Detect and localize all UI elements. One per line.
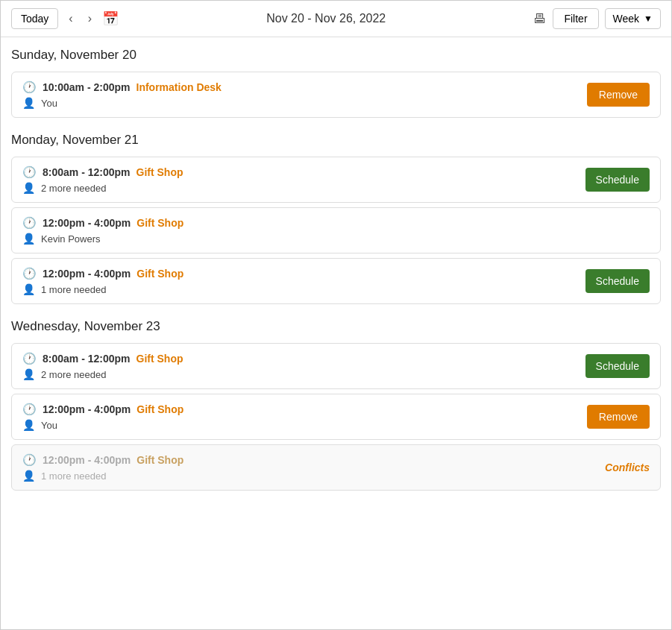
- shift-time-row: 🕐10:00am - 2:00pmInformation Desk: [22, 81, 575, 94]
- shift-person-row: 👤2 more needed: [22, 182, 574, 194]
- shift-person-row: 👤You: [22, 419, 575, 431]
- week-button[interactable]: Week ▼: [605, 8, 661, 29]
- schedule-button[interactable]: Schedule: [585, 269, 650, 293]
- day-section-wednesday-nov-23: Wednesday, November 23🕐8:00am - 12:00pmG…: [11, 316, 661, 491]
- shift-time: 12:00pm - 4:00pm: [43, 268, 131, 280]
- shift-location: Gift Shop: [136, 166, 183, 178]
- shift-location: Gift Shop: [136, 217, 183, 229]
- shift-person: 2 more needed: [41, 183, 106, 194]
- day-heading: Monday, November 21: [11, 130, 661, 151]
- shift-person: 2 more needed: [41, 369, 106, 380]
- shift-time: 10:00am - 2:00pm: [43, 81, 131, 93]
- clock-icon: 🕐: [22, 453, 37, 467]
- shift-time-row: 🕐12:00pm - 4:00pmGift Shop: [22, 267, 574, 280]
- shift-info: 🕐12:00pm - 4:00pmGift Shop👤Kevin Powers: [22, 216, 650, 245]
- shift-location: Gift Shop: [136, 454, 183, 466]
- shift-person: 1 more needed: [41, 284, 106, 295]
- day-heading: Sunday, November 20: [11, 45, 661, 66]
- schedule-button[interactable]: Schedule: [585, 168, 650, 192]
- person-icon: 👤: [22, 368, 35, 380]
- shift-person-row: 👤1 more needed: [22, 283, 574, 295]
- shift-time: 12:00pm - 4:00pm: [43, 454, 131, 466]
- date-range: Nov 20 - Nov 26, 2022: [125, 12, 527, 25]
- shift-card: 🕐8:00am - 12:00pmGift Shop👤2 more needed…: [11, 157, 661, 203]
- clock-icon: 🕐: [22, 267, 37, 280]
- shift-person-row: 👤1 more needed: [22, 470, 593, 482]
- clock-icon: 🕐: [22, 166, 37, 179]
- shift-time-row: 🕐12:00pm - 4:00pmGift Shop: [22, 216, 650, 230]
- person-icon: 👤: [22, 97, 35, 109]
- shift-location: Gift Shop: [136, 403, 183, 415]
- person-icon: 👤: [22, 283, 35, 295]
- day-section-sunday-nov-20: Sunday, November 20🕐10:00am - 2:00pmInfo…: [11, 45, 661, 118]
- day-heading: Wednesday, November 23: [11, 316, 661, 337]
- shift-person: You: [41, 420, 57, 431]
- day-section-monday-nov-21: Monday, November 21🕐8:00am - 12:00pmGift…: [11, 130, 661, 304]
- person-icon: 👤: [22, 470, 35, 482]
- shift-info: 🕐10:00am - 2:00pmInformation Desk👤You: [22, 81, 575, 109]
- remove-button[interactable]: Remove: [587, 405, 650, 429]
- shift-action: Remove: [575, 405, 650, 429]
- shift-time-row: 🕐12:00pm - 4:00pmGift Shop: [22, 403, 575, 416]
- shift-person: You: [41, 98, 57, 109]
- shift-action: Remove: [575, 83, 650, 107]
- shift-info: 🕐12:00pm - 4:00pmGift Shop👤1 more needed: [22, 267, 574, 295]
- next-button[interactable]: ›: [84, 9, 96, 28]
- shift-info: 🕐8:00am - 12:00pmGift Shop👤2 more needed: [22, 352, 574, 380]
- shift-location: Gift Shop: [136, 353, 183, 365]
- shift-time: 12:00pm - 4:00pm: [43, 403, 131, 415]
- shift-time-row: 🕐8:00am - 12:00pmGift Shop: [22, 166, 574, 179]
- print-icon[interactable]: 🖶: [533, 11, 547, 27]
- shift-info: 🕐12:00pm - 4:00pmGift Shop👤1 more needed: [22, 453, 593, 482]
- shift-location: Gift Shop: [136, 268, 183, 280]
- shift-info: 🕐8:00am - 12:00pmGift Shop👤2 more needed: [22, 166, 574, 194]
- shift-card: 🕐10:00am - 2:00pmInformation Desk👤YouRem…: [11, 72, 661, 118]
- shift-action: Schedule: [574, 269, 650, 293]
- shift-card: 🕐12:00pm - 4:00pmGift Shop👤YouRemove: [11, 394, 661, 440]
- shift-action: Schedule: [574, 354, 650, 378]
- shift-time-row: 🕐12:00pm - 4:00pmGift Shop: [22, 453, 593, 467]
- clock-icon: 🕐: [22, 352, 37, 365]
- shift-time-row: 🕐8:00am - 12:00pmGift Shop: [22, 352, 574, 365]
- shift-time: 8:00am - 12:00pm: [43, 166, 131, 178]
- conflicts-label: Conflicts: [605, 462, 650, 473]
- shift-card: 🕐8:00am - 12:00pmGift Shop👤2 more needed…: [11, 343, 661, 389]
- clock-icon: 🕐: [22, 403, 37, 416]
- chevron-down-icon: ▼: [644, 13, 653, 24]
- shift-person: Kevin Powers: [41, 233, 100, 245]
- shift-person: 1 more needed: [41, 470, 106, 482]
- clock-icon: 🕐: [22, 81, 37, 94]
- remove-button[interactable]: Remove: [587, 83, 650, 107]
- shift-location: Information Desk: [136, 81, 222, 93]
- calendar-icon[interactable]: 📅: [102, 10, 119, 27]
- shift-info: 🕐12:00pm - 4:00pmGift Shop👤You: [22, 403, 575, 431]
- schedule-button[interactable]: Schedule: [585, 354, 650, 378]
- person-icon: 👤: [22, 233, 35, 245]
- filter-button[interactable]: Filter: [553, 8, 598, 29]
- calendar-content: Sunday, November 20🕐10:00am - 2:00pmInfo…: [1, 37, 671, 510]
- shift-person-row: 👤Kevin Powers: [22, 233, 650, 245]
- shift-action: Schedule: [574, 168, 650, 192]
- person-icon: 👤: [22, 419, 35, 431]
- prev-button[interactable]: ‹: [64, 9, 77, 28]
- clock-icon: 🕐: [22, 216, 37, 230]
- shift-card: 🕐12:00pm - 4:00pmGift Shop👤1 more needed…: [11, 258, 661, 304]
- shift-time: 8:00am - 12:00pm: [43, 353, 131, 365]
- shift-time: 12:00pm - 4:00pm: [43, 217, 131, 229]
- shift-person-row: 👤You: [22, 97, 575, 109]
- shift-person-row: 👤2 more needed: [22, 368, 574, 380]
- shift-action: Conflicts: [593, 461, 650, 474]
- shift-card: 🕐12:00pm - 4:00pmGift Shop👤1 more needed…: [11, 444, 661, 491]
- today-button[interactable]: Today: [11, 8, 58, 29]
- shift-card: 🕐12:00pm - 4:00pmGift Shop👤Kevin Powers: [11, 207, 661, 253]
- person-icon: 👤: [22, 182, 35, 194]
- calendar-header: Today ‹ › 📅 Nov 20 - Nov 26, 2022 🖶 Filt…: [1, 1, 671, 37]
